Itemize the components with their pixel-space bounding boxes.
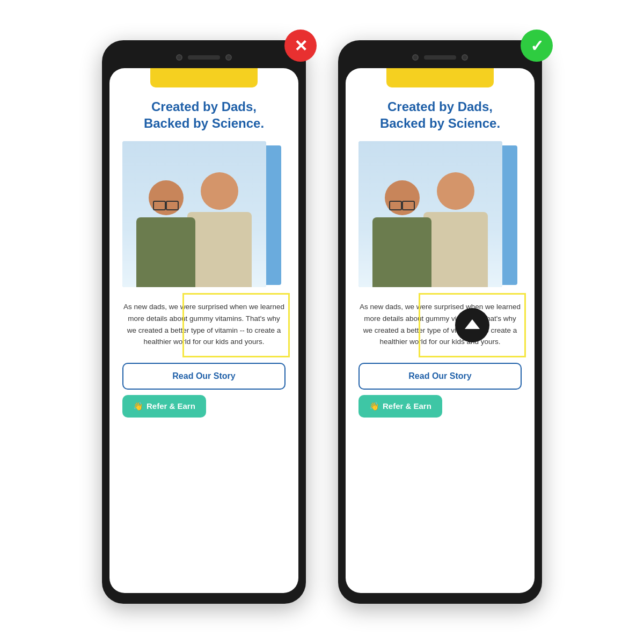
persons-right	[358, 141, 502, 287]
yellow-banner-left	[150, 68, 258, 87]
body-text-left: As new dads, we were surprised when we l…	[122, 301, 286, 347]
speaker-left	[188, 55, 220, 60]
persons-left	[122, 141, 266, 287]
body-text-right: As new dads, we were surprised when we l…	[358, 301, 522, 347]
camera2-icon-left	[225, 54, 232, 61]
yellow-banner-right	[386, 68, 494, 87]
refer-btn-right[interactable]: 👋 Refer & Earn	[358, 395, 442, 418]
phone-top-bar-left	[109, 51, 298, 64]
speaker-right	[424, 55, 456, 60]
glasses1-left	[153, 201, 179, 208]
person1-left	[136, 180, 195, 287]
person2-left	[187, 172, 252, 287]
left-screen: Created by Dads, Backed by Science.	[109, 68, 298, 593]
headline-left: Created by Dads, Backed by Science.	[144, 98, 264, 131]
photo-area-left	[122, 141, 286, 291]
refer-icon-right: 👋	[369, 401, 379, 411]
refer-label-left: Refer & Earn	[147, 401, 195, 411]
text-container-left: As new dads, we were surprised when we l…	[122, 301, 286, 355]
camera-icon-right	[412, 54, 419, 61]
read-story-btn-right[interactable]: Read Our Story	[358, 363, 522, 390]
left-badge: ✕	[284, 30, 317, 62]
right-badge: ✓	[521, 30, 553, 62]
refer-label-right: Refer & Earn	[383, 401, 431, 411]
right-phone: Created by Dads, Backed by Science.	[338, 40, 542, 604]
refer-btn-left[interactable]: 👋 Refer & Earn	[122, 395, 206, 418]
photo-main-right	[358, 141, 502, 287]
person1-right	[372, 180, 431, 287]
glasses1-right	[389, 201, 415, 208]
right-phone-wrapper: ✓ Created by Dads, Backed by Science.	[338, 40, 542, 604]
text-container-right: As new dads, we were surprised when we l…	[358, 301, 522, 355]
camera-icon-left	[176, 54, 182, 61]
head2-right	[437, 172, 474, 210]
photo-area-right	[358, 141, 522, 291]
read-story-btn-left[interactable]: Read Our Story	[122, 363, 286, 390]
body1-left	[136, 217, 195, 287]
left-phone: Created by Dads, Backed by Science.	[102, 40, 306, 604]
body2-left	[187, 212, 252, 287]
refer-icon-left: 👋	[133, 401, 143, 411]
right-screen: Created by Dads, Backed by Science.	[346, 68, 535, 593]
right-screen-content: Created by Dads, Backed by Science.	[346, 87, 535, 593]
head2-left	[201, 172, 238, 210]
left-screen-content: Created by Dads, Backed by Science.	[109, 87, 298, 593]
camera2-icon-right	[462, 54, 468, 61]
body2-right	[423, 212, 488, 287]
photo-main-left	[122, 141, 266, 287]
person2-right	[423, 172, 488, 287]
body1-right	[372, 217, 431, 287]
phone-top-bar-right	[346, 51, 535, 64]
headline-right: Created by Dads, Backed by Science.	[380, 98, 500, 131]
left-phone-wrapper: ✕ Created by Dads, Backed by Science.	[102, 40, 306, 604]
